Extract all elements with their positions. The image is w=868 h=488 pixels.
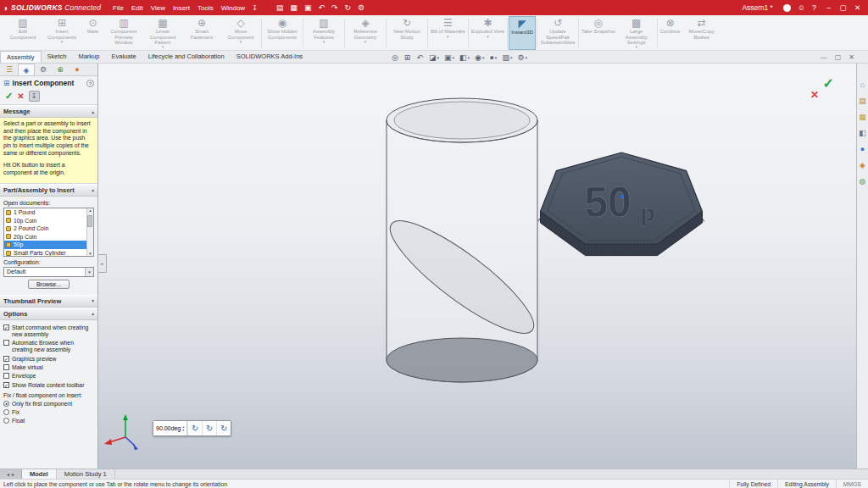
- design-library-icon[interactable]: ▤: [859, 97, 866, 105]
- menu-insert[interactable]: Insert: [173, 4, 190, 12]
- ribbon-button-linear-component-pattern[interactable]: ▦Linear Component Pattern▾: [143, 16, 182, 50]
- list-item[interactable]: 20p Coin: [4, 233, 93, 241]
- list-item[interactable]: Small Parts Cylinder: [4, 249, 93, 257]
- menu-tools[interactable]: Tools: [198, 4, 214, 12]
- checkbox-graphics-preview[interactable]: ✓Graphics preview: [3, 356, 94, 363]
- ribbon-button-component-preview-window[interactable]: ▥Component Preview Window: [104, 16, 143, 50]
- radio-only-fix-first[interactable]: ●Only fix first component: [3, 401, 94, 408]
- checkbox[interactable]: [3, 373, 9, 379]
- list-item[interactable]: 10p Coin: [4, 216, 93, 225]
- ribbon-button-take-snapshot[interactable]: ◎Take Snapshot: [580, 16, 617, 50]
- save-icon[interactable]: ▦: [290, 1, 298, 14]
- view-settings-icon[interactable]: ⚙▾: [517, 53, 527, 62]
- coin-50p-part[interactable]: 50 p: [541, 152, 703, 256]
- 3d-scene[interactable]: 50 p: [98, 64, 856, 469]
- menu-view[interactable]: View: [151, 4, 165, 12]
- apply-scene-icon[interactable]: ▨▾: [502, 53, 512, 62]
- tab-sketch[interactable]: Sketch: [42, 51, 73, 63]
- ribbon-button-assembly-features[interactable]: ▨Assembly Features▾: [304, 16, 343, 50]
- account-icon[interactable]: ☺: [798, 3, 805, 12]
- ok-button[interactable]: ✓: [5, 91, 13, 102]
- ribbon-button-new-motion-study[interactable]: ↻New Motion Study: [387, 16, 426, 50]
- menu-file[interactable]: File: [113, 4, 124, 12]
- zoom-fit-icon[interactable]: ◎: [392, 53, 399, 62]
- rotate-z-button[interactable]: ↻: [216, 421, 231, 435]
- radio-button[interactable]: [3, 409, 9, 415]
- minimize-button[interactable]: –: [821, 1, 836, 14]
- tab-markup[interactable]: Markup: [72, 51, 105, 63]
- list-item-selected[interactable]: 50p: [4, 241, 93, 249]
- help-icon[interactable]: ?: [812, 3, 816, 12]
- scrollbar-thumb[interactable]: [87, 215, 92, 227]
- angle-spinner[interactable]: ▴ ▾: [182, 425, 184, 432]
- print-icon[interactable]: ▣: [304, 1, 312, 14]
- checkbox[interactable]: [3, 364, 9, 370]
- tab-model[interactable]: Model: [22, 469, 57, 479]
- checkbox[interactable]: [3, 340, 9, 346]
- ribbon-button-bill-of-materials[interactable]: ☰Bill of Materials▾: [429, 16, 467, 50]
- browse-button[interactable]: Browse...: [28, 280, 70, 289]
- help-icon[interactable]: ?: [86, 80, 94, 87]
- section-header-thumbnail-preview[interactable]: Thumbnail Preview ▾: [0, 295, 97, 308]
- user-avatar[interactable]: [783, 4, 791, 12]
- view-orientation-icon[interactable]: ▣▾: [444, 53, 454, 62]
- configurationmanager-tab[interactable]: ⚙: [35, 64, 52, 75]
- tab-assembly[interactable]: Assembly: [0, 51, 42, 63]
- open-icon[interactable]: ▤: [276, 1, 284, 14]
- custom-properties-icon[interactable]: ◈: [860, 161, 865, 169]
- propertymanager-tab[interactable]: ◈: [18, 64, 35, 75]
- confirm-cancel-button[interactable]: ✕: [810, 89, 819, 101]
- checkbox-make-virtual[interactable]: Make virtual: [3, 364, 94, 371]
- undo-icon[interactable]: ↶: [318, 1, 325, 14]
- ribbon-button-instant3d[interactable]: ◤Instant3D: [509, 16, 536, 50]
- section-header-options[interactable]: Options ▴: [0, 308, 97, 320]
- doc-minimize-icon[interactable]: —: [821, 53, 827, 61]
- featuremanager-tab[interactable]: ☰: [1, 64, 18, 75]
- radio-button[interactable]: ●: [3, 401, 9, 407]
- tab-lifecycle-collaboration[interactable]: Lifecycle and Collaboration: [142, 51, 231, 63]
- ribbon-button-exploded-view[interactable]: ✱Exploded View▾: [470, 16, 507, 50]
- list-item[interactable]: 2 Pound Coin: [4, 225, 93, 233]
- tab-solidworks-addins[interactable]: SOLIDWORKS Add-Ins: [231, 51, 309, 63]
- cancel-button[interactable]: ✕: [17, 92, 24, 101]
- scroll-up-icon[interactable]: ▲: [88, 208, 92, 213]
- doc-close-icon[interactable]: ✕: [849, 53, 854, 61]
- graphics-area[interactable]: 50 p ✓ ✕ 90.00deg: [98, 64, 856, 469]
- maximize-button[interactable]: ▢: [836, 1, 850, 14]
- pin-button[interactable]: ↧: [29, 91, 40, 102]
- ribbon-button-large-assembly-settings[interactable]: ▩Large Assembly Settings▾: [617, 16, 656, 50]
- menu-edit[interactable]: Edit: [131, 4, 143, 12]
- chevron-down-icon[interactable]: ▾: [85, 268, 93, 276]
- confirm-ok-button[interactable]: ✓: [823, 75, 834, 92]
- scroll-left-icon[interactable]: ◂: [7, 471, 9, 477]
- forum-icon[interactable]: ◍: [860, 177, 866, 186]
- doc-restore-icon[interactable]: ▢: [835, 53, 842, 61]
- edit-appearance-icon[interactable]: ●▾: [489, 53, 497, 62]
- home-icon[interactable]: ⌂: [860, 80, 865, 89]
- checkbox-show-rotate-toolbar[interactable]: ✓Show Rotate context toolbar: [3, 382, 94, 389]
- scroll-down-icon[interactable]: ▼: [88, 252, 92, 256]
- rotation-angle-input[interactable]: 90.00deg ▴ ▾: [153, 421, 187, 435]
- ribbon-button-move-copy-bodies[interactable]: ⇄Move/Copy Bodies: [682, 16, 721, 50]
- spinner-down-icon[interactable]: ▾: [182, 429, 184, 432]
- close-button[interactable]: ✕: [850, 1, 865, 14]
- status-units[interactable]: MMGS: [836, 480, 868, 488]
- section-header-part-assembly[interactable]: Part/Assembly to Insert ▴: [0, 184, 97, 197]
- dimxpertmanager-tab[interactable]: ⊕: [52, 64, 69, 75]
- options-icon[interactable]: ⚙: [358, 1, 364, 14]
- checkbox[interactable]: ✓: [3, 356, 9, 362]
- rotate-y-button[interactable]: ↻: [202, 421, 216, 435]
- radio-button[interactable]: [3, 418, 9, 424]
- appearances-scenes-icon[interactable]: ●: [860, 145, 865, 153]
- menu-pin-icon[interactable]: ↧: [252, 4, 258, 12]
- file-explorer-icon[interactable]: ▦: [859, 113, 866, 121]
- rebuild-icon[interactable]: ↻: [344, 1, 351, 14]
- checkbox[interactable]: ✓: [3, 324, 9, 330]
- menu-window[interactable]: Window: [221, 4, 245, 12]
- zoom-area-icon[interactable]: ⊞: [404, 53, 412, 62]
- open-documents-list[interactable]: 1 Pound 10p Coin 2 Pound Coin 20p Coin 5…: [3, 208, 94, 257]
- tab-evaluate[interactable]: Evaluate: [105, 51, 142, 63]
- ribbon-button-mate[interactable]: ⊙Mate: [81, 16, 104, 50]
- view-palette-icon[interactable]: ◧: [859, 129, 866, 137]
- checkbox-automatic-browse[interactable]: Automatic Browse when creating new assem…: [3, 340, 94, 353]
